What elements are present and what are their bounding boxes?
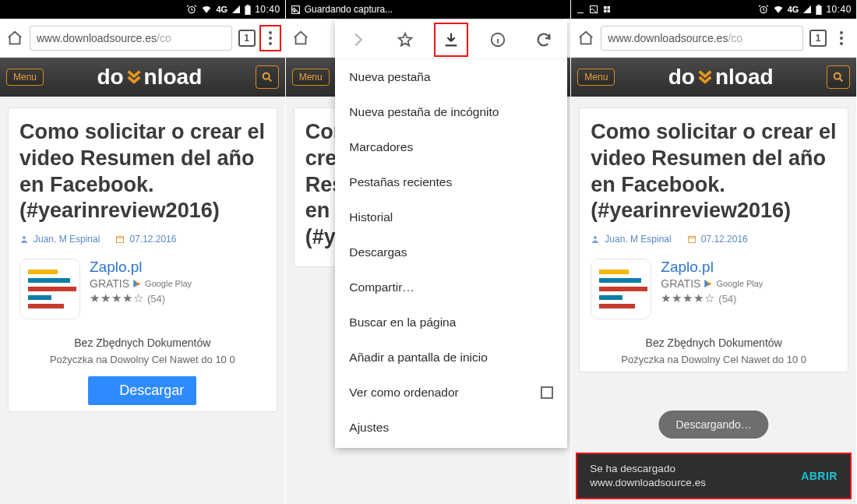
wifi-icon [773, 4, 784, 15]
url-bar[interactable]: www.downloadsource.es/co [601, 26, 803, 51]
page-body: Como solicitar o crear el video Resumen … [0, 97, 285, 423]
svg-rect-16 [818, 5, 820, 5]
ad-rating: ★★★★☆(54) [661, 291, 763, 305]
ad-price: GRATIS [661, 277, 700, 290]
menu-settings[interactable]: Ajustes [335, 410, 567, 445]
author-icon [19, 234, 29, 244]
menu-icon-row [335, 20, 567, 59]
download-notif-icon [576, 5, 585, 14]
page-body: Como solicitar o crear el video Resumen … [571, 97, 856, 383]
site-logo[interactable]: do nload [50, 65, 249, 90]
android-statusbar: Guardando captura... [286, 0, 571, 19]
site-header: Menu do nload [0, 58, 285, 97]
checkbox-icon[interactable] [541, 386, 553, 399]
author-icon [591, 234, 600, 244]
svg-rect-1 [245, 5, 251, 15]
svg-point-7 [293, 10, 294, 12]
menu-find-in-page[interactable]: Buscar en la página [335, 305, 567, 340]
home-icon[interactable] [6, 30, 23, 47]
menu-incognito-tab[interactable]: Nueva pestaña de incógnito [335, 94, 567, 129]
article-author: Juan. M Espinal [34, 234, 100, 245]
article-title: Como solicitar o crear el video Resumen … [591, 119, 837, 224]
overflow-menu-icon[interactable] [833, 27, 850, 49]
svg-point-3 [263, 73, 269, 79]
menu-recent-tabs[interactable]: Pestañas recientes [335, 164, 567, 199]
svg-rect-19 [688, 237, 695, 243]
site-menu-button[interactable]: Menu [292, 69, 330, 86]
svg-rect-13 [608, 10, 611, 13]
menu-share[interactable]: Compartir… [335, 270, 567, 305]
screenshot-1: 4G 10:40 www.downloadsource.es/co 1 Menu… [0, 0, 286, 504]
article-meta: Juan. M Espinal 07.12.2016 [591, 234, 837, 245]
menu-desktop-site[interactable]: Ver como ordenador [335, 375, 567, 410]
reload-icon[interactable] [527, 23, 561, 57]
tab-switcher[interactable]: 1 [809, 30, 827, 47]
android-statusbar: 4G 10:40 [571, 0, 856, 19]
article-date: 07.12.2016 [129, 234, 176, 245]
svg-point-18 [594, 236, 597, 239]
overflow-menu-icon[interactable] [262, 27, 279, 49]
chrome-toolbar: www.downloadsource.es/co 1 [0, 19, 285, 58]
calendar-icon [687, 234, 697, 244]
svg-point-17 [834, 73, 841, 79]
ad-download-button[interactable]: Descargar [88, 376, 196, 405]
ad-tagline-1: Bez Zbędnych Dokumentów [19, 337, 266, 349]
signal-icon [231, 5, 241, 14]
menu-history[interactable]: Historial [335, 199, 567, 234]
ad-store: Google Play [716, 279, 763, 288]
alarm-icon [758, 4, 769, 15]
svg-rect-5 [117, 237, 124, 243]
calendar-icon [115, 234, 125, 244]
chrome-toolbar: www.downloadsource.es/co 1 [571, 19, 856, 58]
url-host: www.downloadsource.es [37, 32, 157, 44]
forward-icon[interactable] [341, 23, 376, 57]
article-meta: Juan. M Espinal 07.12.2016 [19, 234, 266, 245]
battery-icon [816, 5, 822, 15]
ad-app-icon [591, 259, 651, 319]
save-icon [291, 5, 301, 15]
battery-icon [245, 5, 251, 15]
menu-downloads[interactable]: Descargas [335, 234, 567, 270]
home-icon[interactable] [292, 30, 309, 47]
google-play-icon [132, 279, 142, 288]
bookmark-star-icon[interactable] [388, 23, 422, 57]
url-bar[interactable]: www.downloadsource.es/co [30, 26, 232, 51]
ad-block[interactable]: Zaplo.pl GRATIS Google Play ★★★★☆(54) [19, 256, 266, 322]
ad-app-icon [19, 259, 80, 319]
ad-rating: ★★★★☆(54) [90, 291, 192, 305]
alarm-icon [186, 4, 197, 15]
ad-block[interactable]: Zaplo.pl GRATIS Google Play ★★★★☆(54) [591, 256, 837, 322]
ad-store: Google Play [145, 279, 192, 288]
info-icon[interactable] [481, 23, 515, 57]
tab-switcher[interactable]: 1 [238, 30, 256, 47]
image-notif-icon [589, 5, 598, 14]
download-complete-snackbar: Se ha descargado www.downloadsource.es A… [576, 453, 852, 499]
download-icon [101, 385, 113, 397]
site-header: Menu do nload [571, 58, 856, 97]
menu-new-tab[interactable]: Nueva pestaña [335, 59, 567, 94]
menu-add-to-home[interactable]: Añadir a pantalla de inicio [335, 340, 567, 375]
screenshot-3: 4G 10:40 www.downloadsource.es/co 1 Menu… [571, 0, 857, 504]
network-type: 4G [216, 5, 227, 14]
downloading-toast: Descargando… [659, 411, 769, 439]
ad-price: GRATIS [90, 277, 129, 290]
site-search-button[interactable] [256, 65, 279, 89]
site-logo[interactable]: do nload [621, 65, 820, 90]
site-menu-button[interactable]: Menu [577, 69, 615, 86]
chrome-overflow-menu: Nueva pestaña Nueva pestaña de incógnito… [335, 20, 567, 448]
ad-tagline-1: Bez Zbędnych Dokumentów [591, 337, 837, 349]
url-host: www.downloadsource.es [608, 32, 728, 44]
snackbar-open-button[interactable]: ABRIR [801, 470, 838, 482]
svg-rect-11 [608, 6, 611, 9]
logo-chevron-icon [125, 68, 143, 86]
article-date: 07.12.2016 [701, 234, 748, 245]
network-type: 4G [788, 5, 799, 14]
home-icon[interactable] [577, 30, 594, 47]
signal-icon [802, 5, 812, 14]
site-menu-button[interactable]: Menu [6, 69, 44, 86]
url-path: /co [728, 32, 742, 44]
menu-bookmarks[interactable]: Marcadores [335, 129, 567, 164]
clock: 10:40 [826, 4, 852, 15]
site-search-button[interactable] [827, 65, 850, 89]
download-page-icon[interactable] [434, 23, 468, 57]
